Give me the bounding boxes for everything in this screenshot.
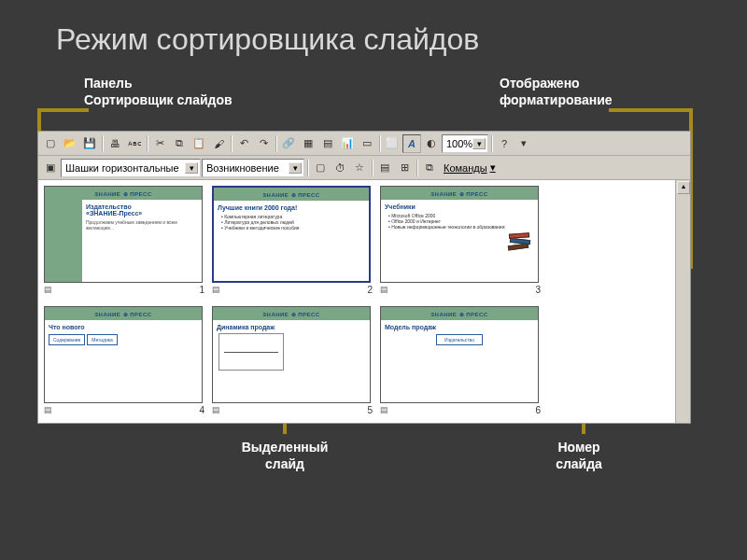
scroll-up-button[interactable]: ▴ <box>677 181 690 194</box>
callout-selected-slide: Выделенныйслайд <box>229 439 341 472</box>
books-clipart <box>506 230 534 254</box>
commands-label: Команды <box>444 162 487 174</box>
separator <box>275 135 276 152</box>
slide-transition-button[interactable]: ▣ <box>41 159 60 177</box>
format-painter-button[interactable]: 🖌 <box>209 134 228 153</box>
callout-format-shown: Отображеноформатирование <box>500 75 613 108</box>
insert-chart-button[interactable]: 📊 <box>338 134 357 153</box>
expand-button[interactable]: ⬜ <box>383 134 402 153</box>
help-button[interactable]: ? <box>495 134 514 153</box>
diagram-box: Издательство <box>436 334 483 345</box>
slide-brand-header: ЗНАНИЕ ⊕ ПРЕСС <box>214 188 369 201</box>
hide-slide-button[interactable]: ▢ <box>311 159 330 177</box>
content-box: Методика <box>87 334 118 345</box>
content-box: Содержание <box>49 334 85 345</box>
slide-brand-header: ЗНАНИЕ ⊕ ПРЕСС <box>381 187 538 200</box>
summary-slide-button[interactable]: ☆ <box>350 159 369 177</box>
copy-button[interactable]: ⧉ <box>170 134 189 153</box>
insert-table-button[interactable]: ▤ <box>318 134 337 153</box>
slide-thumbnail[interactable]: ЗНАНИЕ ⊕ ПРЕССЛучшие книги 2000 года!• К… <box>212 186 376 302</box>
redo-button[interactable]: ↷ <box>254 134 273 153</box>
separator <box>147 135 148 152</box>
transition-icon[interactable]: ▤ <box>212 285 220 294</box>
slide-sorter-toolbar: ▣ Шашки горизонтальные Возникновение ▢ ⏱… <box>38 156 690 180</box>
transition-icon[interactable]: ▤ <box>44 405 52 414</box>
slide-brand-header: ЗНАНИЕ ⊕ ПРЕСС <box>45 187 202 200</box>
slide-title: Динамика продаж <box>217 324 366 330</box>
slide-title: Учебники <box>385 203 534 210</box>
paste-button[interactable]: 📋 <box>190 134 208 153</box>
rehearse-timings-button[interactable]: ⏱ <box>331 159 349 177</box>
slide-thumbnail[interactable]: ЗНАНИЕ ⊕ ПРЕССДинамика продаж▤5 <box>212 306 376 423</box>
page-title: Режим сортировщика слайдов <box>56 22 479 57</box>
separator <box>379 135 380 152</box>
grayscale-button[interactable]: ◐ <box>422 134 441 153</box>
slide-number-label: 5 <box>367 405 373 415</box>
slide-title: Издательство«ЗНАНИЕ-Пресс» <box>86 203 198 217</box>
slide-sorter-area[interactable]: ЗНАНИЕ ⊕ ПРЕССИздательство«ЗНАНИЕ-Пресс»… <box>38 180 690 423</box>
slide-number-label: 2 <box>367 285 373 295</box>
separator <box>102 135 103 152</box>
save-button[interactable]: 💾 <box>80 134 99 153</box>
transition-icon[interactable]: ▤ <box>44 285 52 294</box>
slide-number-label: 1 <box>199 285 204 295</box>
slide-number-label: 4 <box>199 405 204 415</box>
slide-brand-header: ЗНАНИЕ ⊕ ПРЕСС <box>45 307 202 320</box>
copy-icon[interactable]: ⧉ <box>420 159 439 177</box>
slide-title: Что нового <box>49 324 198 330</box>
insert-hyperlink-button[interactable]: 🔗 <box>279 134 298 153</box>
slide-bullet: • Учебники и методические пособия <box>221 225 365 231</box>
cut-button[interactable]: ✂ <box>150 134 169 153</box>
vertical-scrollbar[interactable]: ▴ <box>675 180 690 423</box>
callout-slide-number: Номерслайда <box>542 439 616 472</box>
show-formatting-button[interactable]: A <box>402 134 421 153</box>
slide-number-label: 6 <box>535 405 541 415</box>
slide-thumbnail[interactable]: ЗНАНИЕ ⊕ ПРЕССУчебники• Microsoft Office… <box>380 186 544 302</box>
slide-number-label: 3 <box>535 285 541 295</box>
new-slide-button[interactable]: ▭ <box>358 134 376 153</box>
slide-title: Лучшие книги 2000 года! <box>218 204 365 211</box>
print-button[interactable]: 🖶 <box>106 134 124 153</box>
layout-button[interactable]: ⊞ <box>395 159 414 177</box>
slide-thumbnail[interactable]: ЗНАНИЕ ⊕ ПРЕССИздательство«ЗНАНИЕ-Пресс»… <box>44 186 208 302</box>
slide-brand-header: ЗНАНИЕ ⊕ ПРЕСС <box>213 307 370 320</box>
slide-title: Модель продаж <box>385 324 534 330</box>
transition-speed-dropdown[interactable]: Возникновение <box>202 159 304 177</box>
chevron-down-icon: ▾ <box>490 161 496 174</box>
slide-thumbnail[interactable]: ЗНАНИЕ ⊕ ПРЕССМодель продажИздательство▤… <box>380 306 544 423</box>
callout-sorter-panel: ПанельСортировщик слайдов <box>84 75 233 108</box>
powerpoint-sorter-window: ▢ 📂 💾 🖶 ᴀʙᴄ ✂ ⧉ 📋 🖌 ↶ ↷ 🔗 ▦ ▤ 📊 ▭ ⬜ A ◐ … <box>37 131 691 424</box>
slide-thumbnail[interactable]: ЗНАНИЕ ⊕ ПРЕССЧто новогоСодержаниеМетоди… <box>44 306 208 423</box>
chart-placeholder <box>218 333 284 371</box>
separator <box>307 160 308 176</box>
transition-icon[interactable]: ▤ <box>380 405 388 414</box>
slide-brand-header: ЗНАНИЕ ⊕ ПРЕСС <box>381 307 538 320</box>
notes-button[interactable]: ▤ <box>375 159 394 177</box>
separator <box>372 160 373 176</box>
more-buttons[interactable]: ▾ <box>514 134 533 153</box>
standard-toolbar: ▢ 📂 💾 🖶 ᴀʙᴄ ✂ ⧉ 📋 🖌 ↶ ↷ 🔗 ▦ ▤ 📊 ▭ ⬜ A ◐ … <box>38 132 690 156</box>
tables-button[interactable]: ▦ <box>299 134 317 153</box>
undo-button[interactable]: ↶ <box>234 134 253 153</box>
separator <box>231 135 232 152</box>
open-button[interactable]: 📂 <box>61 134 79 153</box>
separator <box>491 135 492 152</box>
commands-menu[interactable]: Команды ▾ <box>440 159 500 177</box>
transition-effect-dropdown[interactable]: Шашки горизонтальные <box>61 159 201 177</box>
new-button[interactable]: ▢ <box>41 134 60 153</box>
transition-icon[interactable]: ▤ <box>212 405 220 414</box>
separator <box>416 160 417 176</box>
zoom-dropdown[interactable]: 100% <box>442 134 488 153</box>
transition-icon[interactable]: ▤ <box>380 285 388 294</box>
spellcheck-button[interactable]: ᴀʙᴄ <box>125 134 144 153</box>
